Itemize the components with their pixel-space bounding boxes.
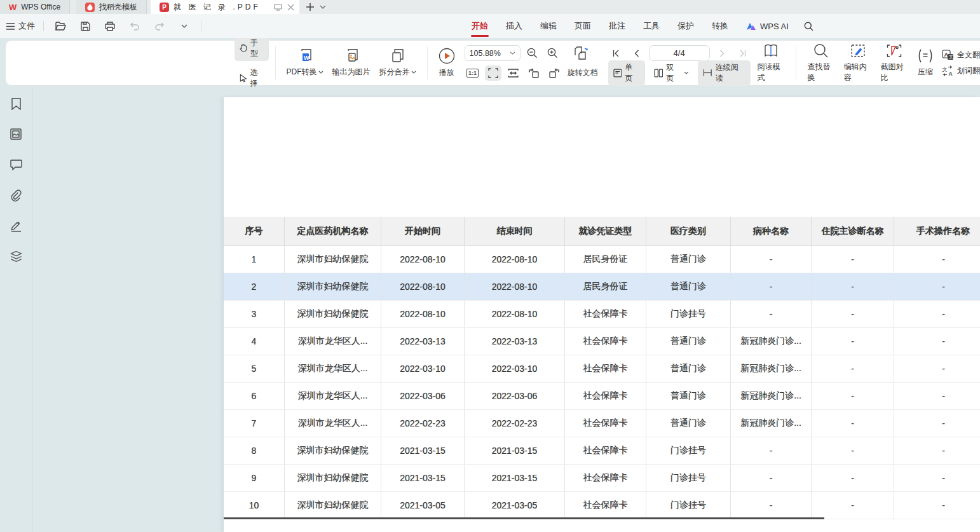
- hand-tool-button[interactable]: 手型: [235, 36, 269, 61]
- rotate-left-icon: [528, 68, 540, 78]
- menu-item-page[interactable]: 页面: [566, 14, 600, 38]
- table-cell: 普通门诊: [646, 383, 731, 409]
- column-header: 住院主诊断名称: [812, 217, 894, 245]
- table-row[interactable]: 2深圳市妇幼保健院2022-08-102022-08-10居民身份证普通门诊--…: [224, 273, 980, 301]
- signature-panel-button[interactable]: [8, 217, 24, 234]
- print-icon[interactable]: [102, 18, 118, 34]
- tab-wps-office[interactable]: W WPS Office: [0, 0, 70, 14]
- next-page-icon[interactable]: [714, 46, 730, 61]
- fit-width-button[interactable]: [505, 65, 522, 81]
- table-cell: -: [894, 355, 980, 382]
- tab-list-chevron-icon[interactable]: [320, 5, 326, 9]
- single-page-button[interactable]: 单页: [608, 60, 645, 86]
- split-merge-button[interactable]: 拆分合并: [375, 48, 421, 78]
- table-cell: -: [731, 492, 812, 519]
- column-header: 病种名称: [731, 217, 812, 245]
- table-cell: 2022-03-10: [381, 355, 465, 382]
- close-tab-icon[interactable]: [287, 4, 294, 11]
- screenshot-compare-button[interactable]: 截图对比: [876, 43, 913, 83]
- export-image-icon: [343, 48, 360, 64]
- undo-icon[interactable]: [126, 18, 143, 34]
- table-cell: 门诊挂号: [646, 492, 731, 519]
- menu-item-edit[interactable]: 编辑: [531, 14, 566, 38]
- layers-panel-button[interactable]: [8, 248, 24, 264]
- read-mode-button[interactable]: 阅读模式: [753, 43, 790, 83]
- menu-item-convert[interactable]: 转换: [703, 14, 737, 38]
- word-translate-button[interactable]: 文 A 划词翻译: [942, 65, 980, 76]
- table-row[interactable]: 7深圳市龙华区人...2022-02-232022-02-23社会保障卡普通门诊…: [224, 410, 980, 437]
- menu-item-home[interactable]: 开始: [463, 14, 497, 38]
- table-cell: 深圳市龙华区人...: [285, 355, 381, 382]
- table-row[interactable]: 6深圳市龙华区人...2022-03-062022-03-06社会保障卡普通门诊…: [224, 383, 980, 410]
- table-cell: 2022-03-13: [381, 328, 465, 355]
- table-row[interactable]: 10深圳市妇幼保健院2021-03-052021-03-05社会保障卡门诊挂号-…: [224, 492, 980, 519]
- table-cell: 社会保障卡: [565, 328, 646, 355]
- table-cell: 2021-03-15: [465, 437, 565, 464]
- pdf-convert-button[interactable]: W PDF转换: [282, 48, 328, 78]
- continuous-read-button[interactable]: 连续阅读: [698, 60, 750, 86]
- zoom-in-icon[interactable]: [545, 46, 561, 61]
- page-indicator-input[interactable]: 4/4: [649, 45, 710, 61]
- tab-docer-templates[interactable]: 找稻壳模板: [76, 0, 147, 14]
- table-row[interactable]: 9深圳市妇幼保健院2021-03-152021-03-15社会保障卡门诊挂号--…: [224, 465, 980, 492]
- search-icon[interactable]: [798, 22, 820, 31]
- tab-document-pdf[interactable]: P 就 医 记 录 .PDF: [151, 0, 299, 14]
- zoom-out-icon[interactable]: [524, 46, 541, 61]
- redo-icon[interactable]: [151, 18, 168, 34]
- compress-button[interactable]: 压缩: [913, 48, 938, 78]
- table-cell: 普通门诊: [646, 410, 731, 437]
- thumbnails-panel-button[interactable]: [8, 126, 24, 142]
- separator: [201, 21, 201, 31]
- attachments-panel-button[interactable]: [8, 187, 24, 203]
- full-translate-button[interactable]: A 文 全文翻译: [942, 50, 980, 60]
- pdf-page: 序号定点医药机构名称开始时间结束时间就诊凭证类型医疗类别病种名称住院主诊断名称手…: [224, 97, 980, 532]
- new-tab-button[interactable]: [306, 3, 315, 11]
- previous-page-icon[interactable]: [629, 46, 645, 61]
- menu-item-insert[interactable]: 插入: [497, 14, 531, 38]
- window-tab-bar: W WPS Office 找稻壳模板 P 就 医 记 录 .PDF: [0, 0, 980, 14]
- table-row[interactable]: 3深圳市妇幼保健院2022-08-102022-08-10社会保障卡门诊挂号--…: [224, 301, 980, 328]
- select-tool-button[interactable]: 选择: [235, 65, 269, 91]
- double-page-button[interactable]: 双页: [649, 60, 695, 86]
- rotate-left-button[interactable]: [526, 65, 542, 81]
- fit-width-icon: [508, 69, 519, 78]
- zoom-level-select[interactable]: 105.88%: [465, 45, 521, 61]
- docer-icon: [85, 3, 95, 12]
- rotate-right-button[interactable]: [546, 65, 562, 81]
- menu-item-tools[interactable]: 工具: [634, 14, 669, 38]
- bookmarks-panel-button[interactable]: [8, 95, 24, 112]
- find-replace-button[interactable]: 查找替换: [803, 43, 840, 83]
- table-row[interactable]: 5深圳市龙华区人...2022-03-102022-03-10社会保障卡普通门诊…: [224, 355, 980, 383]
- edit-content-button[interactable]: 编辑内容: [840, 43, 876, 83]
- wps-ai-button[interactable]: WPS AI: [737, 22, 798, 31]
- split-screen-icon[interactable]: [274, 4, 282, 11]
- play-button[interactable]: 播放: [434, 48, 459, 78]
- rotate-pages-icon[interactable]: [574, 46, 590, 61]
- fit-page-button[interactable]: [485, 65, 501, 81]
- split-merge-icon: [390, 48, 405, 64]
- save-icon[interactable]: [77, 18, 93, 34]
- actual-size-button[interactable]: 1:1: [465, 65, 481, 81]
- file-menu-button[interactable]: 文件: [6, 20, 35, 32]
- open-file-icon[interactable]: [52, 18, 69, 34]
- quickbar-more-chevron-icon[interactable]: [176, 18, 193, 34]
- table-cell: -: [812, 383, 894, 409]
- rotate-doc-button[interactable]: 旋转文档: [568, 67, 598, 78]
- edit-content-icon: [850, 43, 866, 58]
- table-row[interactable]: 4深圳市龙华区人...2022-03-132022-03-13社会保障卡普通门诊…: [224, 328, 980, 355]
- export-as-image-button[interactable]: 输出为图片: [328, 48, 375, 78]
- table-cell: 社会保障卡: [565, 492, 646, 519]
- table-cell: 普通门诊: [646, 246, 731, 273]
- table-row[interactable]: 8深圳市妇幼保健院2021-03-152021-03-15社会保障卡门诊挂号--…: [224, 437, 980, 465]
- menu-item-protect[interactable]: 保护: [669, 14, 703, 38]
- table-cell: 2022-03-06: [465, 383, 565, 409]
- comments-panel-button[interactable]: [8, 156, 24, 173]
- table-cell: 深圳市妇幼保健院: [285, 246, 381, 273]
- table-cell: 5: [224, 355, 285, 382]
- table-row[interactable]: 1深圳市妇幼保健院2022-08-102022-08-10居民身份证普通门诊--…: [224, 246, 980, 273]
- menu-item-comment[interactable]: 批注: [600, 14, 634, 38]
- first-page-icon[interactable]: [608, 46, 625, 61]
- pen-icon: [10, 220, 22, 232]
- last-page-icon[interactable]: [734, 46, 751, 61]
- compress-icon: [917, 48, 934, 64]
